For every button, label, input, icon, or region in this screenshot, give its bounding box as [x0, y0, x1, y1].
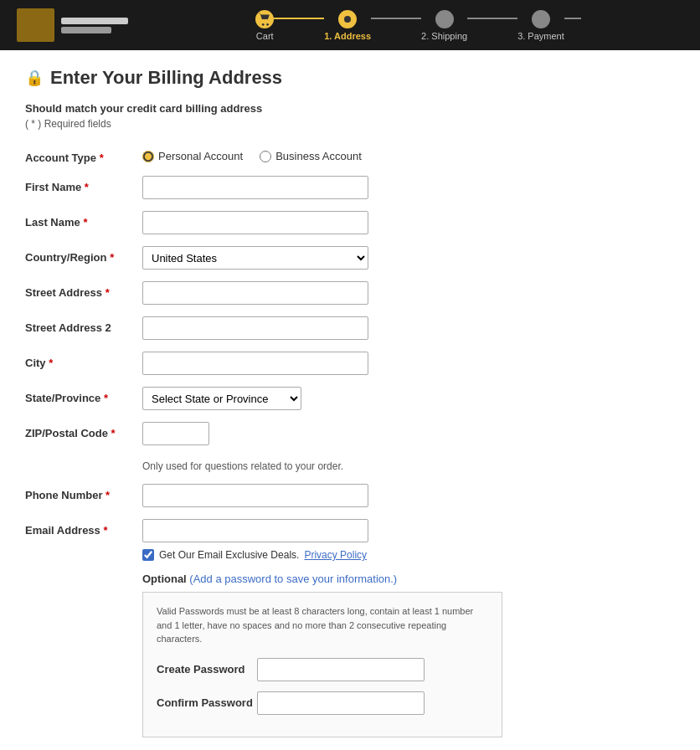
country-label: Country/Region * — [25, 246, 142, 264]
email-deals-checkbox[interactable] — [142, 549, 154, 561]
privacy-policy-link[interactable]: Privacy Policy — [304, 549, 367, 561]
first-name-input[interactable] — [142, 176, 368, 199]
radio-personal-input[interactable] — [142, 151, 154, 162]
state-field: Select State or Province Alabama Alaska … — [142, 387, 675, 410]
step-cart-label: Cart — [256, 31, 274, 41]
required-note: ( * ) Required fields — [25, 118, 675, 130]
confirm-password-row: Confirm Password — [157, 691, 488, 715]
account-type-required: * — [100, 152, 104, 164]
step-cart: Cart — [255, 10, 274, 41]
country-select[interactable]: United States Canada United Kingdom Aust… — [142, 246, 368, 270]
radio-business[interactable]: Business Account — [260, 150, 362, 162]
step-address-dot — [344, 16, 351, 23]
email-field: Get Our Email Exclusive Deals. Privacy P… — [142, 519, 675, 561]
first-name-field — [142, 176, 675, 199]
lock-icon: 🔒 — [25, 69, 44, 87]
email-row: Email Address * Get Our Email Exclusive … — [25, 519, 675, 561]
confirm-password-input[interactable] — [257, 691, 425, 715]
main-content: 🔒 Enter Your Billing Address Should matc… — [0, 50, 700, 750]
last-name-input[interactable] — [142, 211, 368, 234]
optional-spacer — [25, 573, 142, 578]
optional-desc: (Add a password to save your information… — [189, 573, 397, 585]
zip-input[interactable] — [142, 422, 209, 445]
street2-field — [142, 316, 675, 340]
phone-label: Phone Number * — [25, 484, 142, 501]
zip-note-field: Only used for questions related to your … — [142, 457, 675, 472]
country-row: Country/Region * United States Canada Un… — [25, 246, 675, 270]
site-header: Cart 1. Address 2. Shipping 3. Payment — [0, 0, 700, 50]
step-payment: 3. Payment — [517, 10, 564, 41]
step-cart-circle — [255, 10, 274, 28]
state-select[interactable]: Select State or Province Alabama Alaska … — [142, 387, 301, 410]
zip-field — [142, 422, 675, 445]
city-input[interactable] — [142, 352, 368, 375]
street2-input[interactable] — [142, 316, 368, 340]
email-deals-row: Get Our Email Exclusive Deals. Privacy P… — [142, 549, 675, 561]
logo-text — [61, 18, 128, 33]
street1-input[interactable] — [142, 281, 368, 305]
country-field: United States Canada United Kingdom Aust… — [142, 246, 675, 270]
step-address-label: 1. Address — [324, 31, 371, 41]
step-shipping-circle — [435, 10, 454, 28]
svg-point-1 — [266, 23, 269, 25]
billing-form: Account Type * Personal Account Business… — [25, 146, 675, 750]
city-field — [142, 352, 675, 375]
password-hint: Valid Passwords must be at least 8 chara… — [157, 604, 488, 646]
state-row: State/Province * Select State or Provinc… — [25, 387, 675, 410]
create-password-label: Create Password — [157, 663, 257, 676]
account-type-label: Account Type * — [25, 146, 142, 164]
street1-field — [142, 281, 675, 305]
logo-image — [17, 8, 54, 42]
city-row: City * — [25, 352, 675, 375]
zip-label: ZIP/Postal Code * — [25, 422, 142, 439]
create-password-row: Create Password — [157, 658, 488, 681]
email-input[interactable] — [142, 519, 368, 542]
step-shipping: 2. Shipping — [421, 10, 467, 41]
checkout-steps: Cart 1. Address 2. Shipping 3. Payment — [153, 10, 683, 41]
zip-row: ZIP/Postal Code * — [25, 422, 675, 445]
step-address-circle — [338, 10, 357, 28]
account-type-options: Personal Account Business Account — [142, 146, 675, 162]
svg-point-0 — [262, 23, 265, 25]
last-name-label: Last Name * — [25, 211, 142, 229]
account-type-row: Account Type * Personal Account Business… — [25, 146, 675, 164]
first-name-row: First Name * — [25, 176, 675, 199]
connector-2 — [371, 18, 421, 19]
phone-row: Phone Number * — [25, 484, 675, 507]
step-address: 1. Address — [324, 10, 371, 41]
first-name-label: First Name * — [25, 176, 142, 193]
email-deals-label: Get Our Email Exclusive Deals. — [159, 549, 299, 561]
logo-container — [17, 8, 128, 42]
zip-note-spacer — [25, 457, 142, 462]
street1-label: Street Address * — [25, 281, 142, 299]
radio-business-input[interactable] — [260, 151, 271, 162]
state-label: State/Province * — [25, 387, 142, 404]
last-name-field — [142, 211, 675, 234]
confirm-password-label: Confirm Password — [157, 696, 257, 709]
page-title: 🔒 Enter Your Billing Address — [25, 67, 675, 89]
step-payment-circle — [532, 10, 550, 28]
create-password-input[interactable] — [257, 658, 425, 681]
optional-label: Optional (Add a password to save your in… — [142, 573, 675, 585]
step-shipping-label: 2. Shipping — [421, 31, 467, 41]
last-name-row: Last Name * — [25, 211, 675, 234]
step-payment-label: 3. Payment — [517, 31, 564, 41]
form-subtitle: Should match your credit card billing ad… — [25, 102, 675, 115]
zip-note-text: Only used for questions related to your … — [142, 460, 675, 472]
password-box: Valid Passwords must be at least 8 chara… — [142, 592, 502, 737]
optional-field: Optional (Add a password to save your in… — [142, 573, 675, 737]
street1-row: Street Address * — [25, 281, 675, 305]
optional-section: Optional (Add a password to save your in… — [25, 573, 675, 737]
street2-row: Street Address 2 — [25, 316, 675, 340]
connector-3 — [467, 18, 517, 19]
zip-note-row: Only used for questions related to your … — [25, 457, 675, 472]
phone-input[interactable] — [142, 484, 368, 507]
radio-personal[interactable]: Personal Account — [142, 150, 243, 162]
city-label: City * — [25, 352, 142, 369]
connector-end — [564, 18, 581, 19]
connector-1 — [274, 18, 324, 19]
phone-field — [142, 484, 675, 507]
email-label: Email Address * — [25, 519, 142, 537]
street2-label: Street Address 2 — [25, 316, 142, 334]
